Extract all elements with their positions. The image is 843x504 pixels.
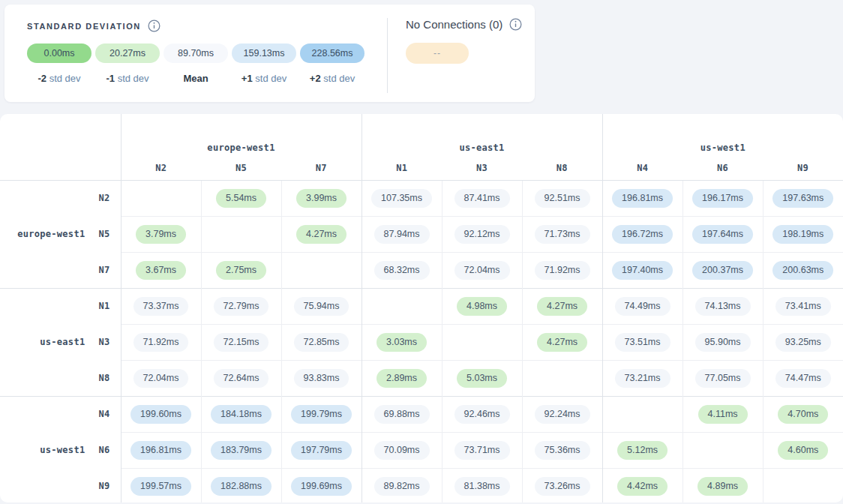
row-node-label: N7 — [98, 265, 110, 275]
latency-cell: 5.54ms — [201, 180, 281, 216]
latency-value-pill: 77.05ms — [695, 369, 751, 388]
row-header: N7 — [0, 252, 121, 288]
latency-cell — [201, 216, 281, 252]
latency-value-pill: 5.03ms — [457, 369, 507, 388]
latency-cell: 93.83ms — [281, 360, 362, 396]
latency-cell: 72.79ms — [201, 288, 281, 324]
legend-pill: 0.00ms — [27, 44, 92, 63]
region-header: europe-west1 — [121, 114, 362, 156]
latency-value-pill: 75.36ms — [535, 441, 590, 460]
latency-value-pill: 71.92ms — [535, 261, 590, 280]
latency-cell: 70.09ms — [362, 432, 442, 468]
latency-cell: 4.27ms — [522, 288, 602, 324]
latency-cell: 73.37ms — [121, 288, 201, 324]
latency-value-pill: 199.57ms — [130, 477, 191, 496]
latency-cell: 74.13ms — [682, 288, 763, 324]
row-node-label: N6 — [98, 445, 110, 455]
latency-cell: 4.98ms — [442, 288, 522, 324]
row-node-label: N3 — [98, 337, 110, 347]
latency-value-pill: 4.27ms — [537, 333, 587, 352]
table-row: N7 3.67ms2.75ms68.32ms72.04ms71.92ms197.… — [0, 252, 843, 288]
row-header: N2 — [0, 180, 121, 216]
latency-cell — [121, 180, 201, 216]
info-icon[interactable] — [509, 18, 522, 31]
row-node-label: N2 — [98, 193, 110, 203]
latency-value-pill: 4.60ms — [778, 441, 828, 460]
latency-cell: 95.90ms — [682, 324, 763, 360]
latency-cell: 92.51ms — [522, 180, 602, 216]
column-header: N7 — [281, 156, 362, 180]
legend-title: STANDARD DEVIATION — [27, 22, 141, 31]
latency-cell: 81.38ms — [442, 468, 522, 502]
latency-value-pill: 183.79ms — [211, 441, 272, 460]
latency-cell: 200.37ms — [682, 252, 763, 288]
latency-value-pill: 197.64ms — [692, 225, 753, 244]
latency-cell: 3.67ms — [121, 252, 201, 288]
legend-caption: +2 std dev — [300, 73, 364, 84]
latency-value-pill: 107.35ms — [371, 189, 432, 208]
latency-cell: 4.11ms — [682, 396, 763, 432]
latency-cell: 74.47ms — [763, 360, 843, 396]
legend-pill: 20.27ms — [95, 44, 160, 63]
latency-value-pill: 4.27ms — [296, 225, 346, 244]
latency-value-pill: 73.26ms — [535, 477, 590, 496]
latency-cell: 197.40ms — [602, 252, 682, 288]
row-header: europe-west1 N5 — [0, 216, 121, 252]
latency-value-pill: 73.71ms — [454, 441, 510, 460]
std-dev-legend: STANDARD DEVIATION 0.00ms20.27ms89.70ms1… — [4, 4, 364, 102]
latency-value-pill: 73.41ms — [776, 297, 831, 316]
latency-cell: 199.60ms — [121, 396, 201, 432]
latency-cell: 89.82ms — [362, 468, 442, 502]
latency-cell: 200.63ms — [763, 252, 843, 288]
latency-matrix-card: europe-west1us-east1us-west1 N2N5N7N1N3N… — [0, 114, 843, 502]
row-node-label: N8 — [98, 373, 110, 383]
legend-caption: Mean — [164, 73, 228, 84]
legend-pills-row: 0.00ms20.27ms89.70ms159.13ms228.56ms — [27, 44, 364, 63]
latency-cell — [682, 432, 763, 468]
latency-value-pill: 196.72ms — [612, 225, 673, 244]
latency-value-pill: 95.90ms — [695, 333, 751, 352]
latency-cell: 4.27ms — [522, 324, 602, 360]
latency-cell: 197.63ms — [763, 180, 843, 216]
latency-cell: 72.64ms — [201, 360, 281, 396]
latency-cell: 71.92ms — [522, 252, 602, 288]
latency-value-pill: 197.40ms — [612, 261, 673, 280]
row-header: N1 — [0, 288, 121, 324]
column-header: N8 — [522, 156, 602, 180]
latency-cell: 71.73ms — [522, 216, 602, 252]
latency-value-pill: 75.94ms — [294, 297, 350, 316]
table-row: us-east1 N3 71.92ms72.15ms72.85ms3.03ms4… — [0, 324, 843, 360]
latency-cell: 93.25ms — [763, 324, 843, 360]
latency-value-pill: 199.79ms — [291, 405, 352, 424]
latency-value-pill: 72.04ms — [134, 369, 189, 388]
no-connections-legend: No Connections (0) -- — [388, 4, 522, 102]
table-row: N9 199.57ms182.88ms199.69ms89.82ms81.38m… — [0, 468, 843, 502]
latency-value-pill: 184.18ms — [211, 405, 272, 424]
column-header: N1 — [362, 156, 442, 180]
legend-caption: -2 std dev — [27, 73, 92, 84]
latency-cell: 68.32ms — [362, 252, 442, 288]
latency-value-pill: 3.67ms — [136, 261, 186, 280]
latency-cell: 87.94ms — [362, 216, 442, 252]
latency-cell: 75.36ms — [522, 432, 602, 468]
latency-cell: 196.17ms — [682, 180, 763, 216]
latency-cell: 199.57ms — [121, 468, 201, 502]
latency-value-pill: 74.13ms — [695, 297, 751, 316]
row-node-label: N5 — [98, 229, 110, 239]
info-icon[interactable] — [148, 20, 160, 32]
latency-cell: 92.24ms — [522, 396, 602, 432]
latency-value-pill: 92.46ms — [454, 405, 510, 424]
legend-caption: +1 std dev — [232, 73, 296, 84]
column-header: N3 — [442, 156, 522, 180]
latency-value-pill: 4.98ms — [457, 297, 507, 316]
latency-value-pill: 5.12ms — [617, 441, 668, 460]
column-header: N2 — [121, 156, 201, 180]
latency-value-pill: 5.54ms — [216, 189, 266, 208]
region-header: us-west1 — [602, 114, 843, 156]
latency-cell: 72.15ms — [201, 324, 281, 360]
latency-cell: 197.79ms — [281, 432, 362, 468]
latency-value-pill: 2.89ms — [376, 369, 427, 388]
latency-value-pill: 72.79ms — [214, 297, 269, 316]
latency-value-pill: 87.41ms — [454, 189, 510, 208]
latency-cell: 75.94ms — [281, 288, 362, 324]
